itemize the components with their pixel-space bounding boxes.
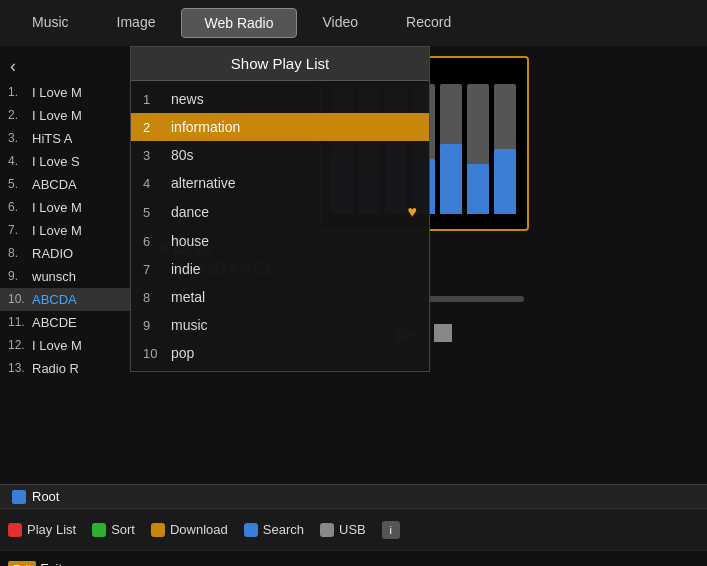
playlist-item[interactable]: 8metal (131, 283, 429, 311)
stop-button[interactable] (434, 324, 452, 342)
track-item[interactable]: 12.I Love M (0, 334, 140, 357)
track-num: 10. (8, 292, 32, 307)
track-item[interactable]: 7.I Love M (0, 219, 140, 242)
nav-tab-web-radio[interactable]: Web Radio (181, 8, 296, 38)
playlist-name: house (171, 233, 417, 249)
track-name: I Love M (32, 338, 82, 353)
blue-dot-icon (244, 523, 258, 537)
playlist-name: information (171, 119, 417, 135)
nav-tab-video[interactable]: Video (301, 8, 381, 38)
green-dot-icon (92, 523, 106, 537)
track-num: 9. (8, 269, 32, 284)
track-item[interactable]: 3.HiTS A (0, 127, 140, 150)
nav-tab-record[interactable]: Record (384, 8, 473, 38)
bottom-item-label: USB (339, 522, 366, 537)
back-button[interactable]: ‹ (0, 52, 140, 81)
playlist-item[interactable]: 5dance♥ (131, 197, 429, 227)
nav-tab-image[interactable]: Image (95, 8, 178, 38)
track-num: 12. (8, 338, 32, 353)
bottom-bar: Play ListSortDownloadSearchUSBi (0, 508, 707, 550)
playlist-name: news (171, 91, 417, 107)
vis-bar-6 (494, 84, 516, 214)
track-item[interactable]: 11.ABCDE (0, 311, 140, 334)
track-num: 13. (8, 361, 32, 376)
track-name: ABCDA (32, 177, 77, 192)
track-name: I Love M (32, 85, 82, 100)
vis-bar-fill-4 (440, 144, 462, 214)
track-name: wunsch (32, 269, 76, 284)
playlist-name: alternative (171, 175, 417, 191)
bottom-item-search[interactable]: Search (244, 522, 304, 537)
exit-button[interactable]: Exit Exit (8, 561, 62, 567)
bottom-item-download[interactable]: Download (151, 522, 228, 537)
track-name: I Love M (32, 223, 82, 238)
bottom-item-label: Search (263, 522, 304, 537)
track-item[interactable]: 1.I Love M (0, 81, 140, 104)
playlist-num: 10 (143, 346, 171, 361)
top-navigation: MusicImageWeb RadioVideoRecord (0, 0, 707, 46)
playlist-item[interactable]: 2information (131, 113, 429, 141)
track-num: 1. (8, 85, 32, 100)
playlist-item[interactable]: 4alternative (131, 169, 429, 197)
bottom-item-i[interactable]: i (382, 521, 400, 539)
playlist-num: 3 (143, 148, 171, 163)
bottom-item-play list[interactable]: Play List (8, 522, 76, 537)
track-num: 4. (8, 154, 32, 169)
track-name: I Love S (32, 154, 80, 169)
track-item[interactable]: 10.ABCDA (0, 288, 140, 311)
exit-icon: Exit (8, 561, 36, 567)
track-item[interactable]: 4.I Love S (0, 150, 140, 173)
track-list: 1.I Love M2.I Love M3.HiTS A4.I Love S5.… (0, 81, 140, 380)
playlist-item[interactable]: 7indie (131, 255, 429, 283)
info-icon[interactable]: i (382, 521, 400, 539)
playlist-item[interactable]: 10pop (131, 339, 429, 367)
left-panel: ‹ 1.I Love M2.I Love M3.HiTS A4.I Love S… (0, 46, 140, 484)
track-num: 7. (8, 223, 32, 238)
bottom-item-sort[interactable]: Sort (92, 522, 135, 537)
main-content: ‹ 1.I Love M2.I Love M3.HiTS A4.I Love S… (0, 46, 707, 484)
track-num: 8. (8, 246, 32, 261)
track-name: HiTS A (32, 131, 72, 146)
track-item[interactable]: 13.Radio R (0, 357, 140, 380)
track-item[interactable]: 9.wunsch (0, 265, 140, 288)
playlist-name: dance (171, 204, 408, 220)
track-num: 6. (8, 200, 32, 215)
playlist-item[interactable]: 1news (131, 85, 429, 113)
root-bar: Root (0, 484, 707, 508)
exit-label: Exit (40, 561, 62, 566)
playlist-name: metal (171, 289, 417, 305)
nav-tab-music[interactable]: Music (10, 8, 91, 38)
track-item[interactable]: 2.I Love M (0, 104, 140, 127)
track-item[interactable]: 6.I Love M (0, 196, 140, 219)
vis-bar-5 (467, 84, 489, 214)
root-label: Root (32, 489, 59, 504)
playlist-overlay: Show Play List 1news2information380s4alt… (130, 46, 430, 372)
playlist-item[interactable]: 380s (131, 141, 429, 169)
playlist-name: indie (171, 261, 417, 277)
playlist-name: pop (171, 345, 417, 361)
bottom-item-label: Play List (27, 522, 76, 537)
track-num: 5. (8, 177, 32, 192)
playlist-num: 8 (143, 290, 171, 305)
track-name: Radio R (32, 361, 79, 376)
vis-bar-fill-5 (467, 164, 489, 214)
bottom-item-usb[interactable]: USB (320, 522, 366, 537)
vis-bar-fill-6 (494, 149, 516, 214)
track-name: I Love M (32, 108, 82, 123)
track-name: RADIO (32, 246, 73, 261)
playlist-item[interactable]: 6house (131, 227, 429, 255)
yellow-dot-icon (151, 523, 165, 537)
gray-dot-icon (320, 523, 334, 537)
playlist-num: 4 (143, 176, 171, 191)
track-item[interactable]: 5.ABCDA (0, 173, 140, 196)
playlist-header: Show Play List (131, 47, 429, 81)
bottom-item-label: Download (170, 522, 228, 537)
playlist-num: 1 (143, 92, 171, 107)
track-item[interactable]: 8.RADIO (0, 242, 140, 265)
track-name: ABCDA (32, 292, 77, 307)
vis-bar-4 (440, 84, 462, 214)
playlist-num: 5 (143, 205, 171, 220)
playlist-name: music (171, 317, 417, 333)
playlist-item[interactable]: 9music (131, 311, 429, 339)
track-num: 11. (8, 315, 32, 330)
